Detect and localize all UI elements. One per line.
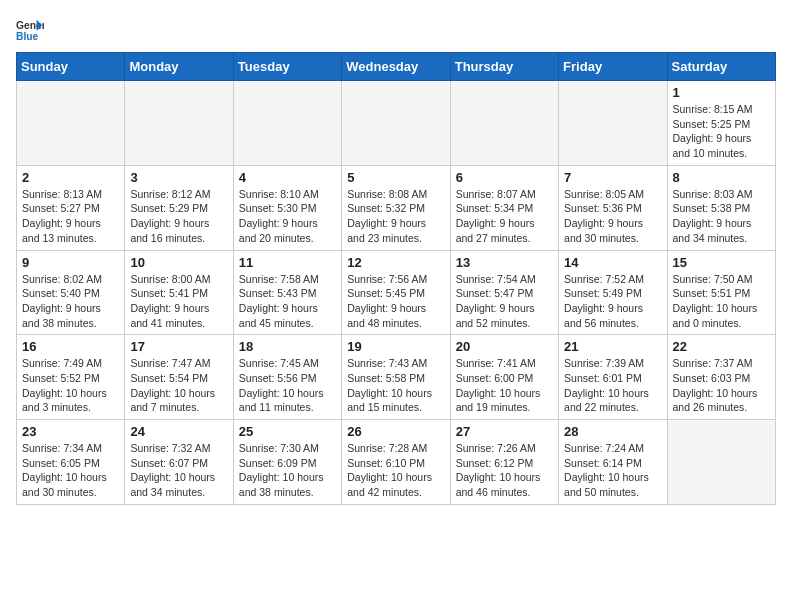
- day-header-sunday: Sunday: [17, 53, 125, 81]
- day-number: 7: [564, 170, 661, 185]
- week-row-2: 2Sunrise: 8:13 AM Sunset: 5:27 PM Daylig…: [17, 165, 776, 250]
- day-info: Sunrise: 7:52 AM Sunset: 5:49 PM Dayligh…: [564, 272, 661, 331]
- day-cell: [17, 81, 125, 166]
- day-number: 15: [673, 255, 770, 270]
- day-cell: 18Sunrise: 7:45 AM Sunset: 5:56 PM Dayli…: [233, 335, 341, 420]
- day-cell: [125, 81, 233, 166]
- day-info: Sunrise: 7:49 AM Sunset: 5:52 PM Dayligh…: [22, 356, 119, 415]
- day-cell: 24Sunrise: 7:32 AM Sunset: 6:07 PM Dayli…: [125, 420, 233, 505]
- day-cell: 21Sunrise: 7:39 AM Sunset: 6:01 PM Dayli…: [559, 335, 667, 420]
- day-info: Sunrise: 7:41 AM Sunset: 6:00 PM Dayligh…: [456, 356, 553, 415]
- day-number: 19: [347, 339, 444, 354]
- day-info: Sunrise: 7:28 AM Sunset: 6:10 PM Dayligh…: [347, 441, 444, 500]
- day-info: Sunrise: 7:39 AM Sunset: 6:01 PM Dayligh…: [564, 356, 661, 415]
- day-cell: 15Sunrise: 7:50 AM Sunset: 5:51 PM Dayli…: [667, 250, 775, 335]
- day-info: Sunrise: 8:00 AM Sunset: 5:41 PM Dayligh…: [130, 272, 227, 331]
- day-number: 13: [456, 255, 553, 270]
- day-info: Sunrise: 7:37 AM Sunset: 6:03 PM Dayligh…: [673, 356, 770, 415]
- day-info: Sunrise: 8:05 AM Sunset: 5:36 PM Dayligh…: [564, 187, 661, 246]
- day-info: Sunrise: 7:34 AM Sunset: 6:05 PM Dayligh…: [22, 441, 119, 500]
- day-info: Sunrise: 7:43 AM Sunset: 5:58 PM Dayligh…: [347, 356, 444, 415]
- day-cell: 9Sunrise: 8:02 AM Sunset: 5:40 PM Daylig…: [17, 250, 125, 335]
- day-cell: 13Sunrise: 7:54 AM Sunset: 5:47 PM Dayli…: [450, 250, 558, 335]
- day-cell: [559, 81, 667, 166]
- day-number: 1: [673, 85, 770, 100]
- day-number: 27: [456, 424, 553, 439]
- day-cell: 7Sunrise: 8:05 AM Sunset: 5:36 PM Daylig…: [559, 165, 667, 250]
- day-cell: 19Sunrise: 7:43 AM Sunset: 5:58 PM Dayli…: [342, 335, 450, 420]
- day-header-wednesday: Wednesday: [342, 53, 450, 81]
- day-cell: 20Sunrise: 7:41 AM Sunset: 6:00 PM Dayli…: [450, 335, 558, 420]
- day-number: 21: [564, 339, 661, 354]
- day-info: Sunrise: 7:26 AM Sunset: 6:12 PM Dayligh…: [456, 441, 553, 500]
- day-cell: 17Sunrise: 7:47 AM Sunset: 5:54 PM Dayli…: [125, 335, 233, 420]
- day-cell: 2Sunrise: 8:13 AM Sunset: 5:27 PM Daylig…: [17, 165, 125, 250]
- day-number: 4: [239, 170, 336, 185]
- day-info: Sunrise: 7:54 AM Sunset: 5:47 PM Dayligh…: [456, 272, 553, 331]
- day-cell: [233, 81, 341, 166]
- day-cell: 16Sunrise: 7:49 AM Sunset: 5:52 PM Dayli…: [17, 335, 125, 420]
- day-cell: [450, 81, 558, 166]
- day-cell: 25Sunrise: 7:30 AM Sunset: 6:09 PM Dayli…: [233, 420, 341, 505]
- day-cell: 28Sunrise: 7:24 AM Sunset: 6:14 PM Dayli…: [559, 420, 667, 505]
- day-info: Sunrise: 7:56 AM Sunset: 5:45 PM Dayligh…: [347, 272, 444, 331]
- day-number: 25: [239, 424, 336, 439]
- day-info: Sunrise: 7:47 AM Sunset: 5:54 PM Dayligh…: [130, 356, 227, 415]
- day-cell: 3Sunrise: 8:12 AM Sunset: 5:29 PM Daylig…: [125, 165, 233, 250]
- day-number: 22: [673, 339, 770, 354]
- svg-text:Blue: Blue: [16, 31, 39, 42]
- day-number: 18: [239, 339, 336, 354]
- day-cell: 12Sunrise: 7:56 AM Sunset: 5:45 PM Dayli…: [342, 250, 450, 335]
- day-header-tuesday: Tuesday: [233, 53, 341, 81]
- day-info: Sunrise: 8:08 AM Sunset: 5:32 PM Dayligh…: [347, 187, 444, 246]
- day-cell: [667, 420, 775, 505]
- day-number: 20: [456, 339, 553, 354]
- week-row-3: 9Sunrise: 8:02 AM Sunset: 5:40 PM Daylig…: [17, 250, 776, 335]
- day-number: 2: [22, 170, 119, 185]
- day-header-monday: Monday: [125, 53, 233, 81]
- day-number: 24: [130, 424, 227, 439]
- day-number: 28: [564, 424, 661, 439]
- day-number: 10: [130, 255, 227, 270]
- logo-icon: General Blue: [16, 16, 44, 44]
- day-info: Sunrise: 7:50 AM Sunset: 5:51 PM Dayligh…: [673, 272, 770, 331]
- day-cell: 5Sunrise: 8:08 AM Sunset: 5:32 PM Daylig…: [342, 165, 450, 250]
- day-number: 9: [22, 255, 119, 270]
- day-number: 16: [22, 339, 119, 354]
- calendar-table: SundayMondayTuesdayWednesdayThursdayFrid…: [16, 52, 776, 505]
- day-cell: 26Sunrise: 7:28 AM Sunset: 6:10 PM Dayli…: [342, 420, 450, 505]
- day-cell: 1Sunrise: 8:15 AM Sunset: 5:25 PM Daylig…: [667, 81, 775, 166]
- day-cell: 23Sunrise: 7:34 AM Sunset: 6:05 PM Dayli…: [17, 420, 125, 505]
- day-info: Sunrise: 8:03 AM Sunset: 5:38 PM Dayligh…: [673, 187, 770, 246]
- day-cell: 14Sunrise: 7:52 AM Sunset: 5:49 PM Dayli…: [559, 250, 667, 335]
- logo: General Blue: [16, 16, 44, 44]
- day-info: Sunrise: 7:58 AM Sunset: 5:43 PM Dayligh…: [239, 272, 336, 331]
- week-row-4: 16Sunrise: 7:49 AM Sunset: 5:52 PM Dayli…: [17, 335, 776, 420]
- day-info: Sunrise: 7:24 AM Sunset: 6:14 PM Dayligh…: [564, 441, 661, 500]
- day-info: Sunrise: 7:45 AM Sunset: 5:56 PM Dayligh…: [239, 356, 336, 415]
- day-cell: 8Sunrise: 8:03 AM Sunset: 5:38 PM Daylig…: [667, 165, 775, 250]
- header: General Blue: [16, 16, 776, 44]
- day-cell: 6Sunrise: 8:07 AM Sunset: 5:34 PM Daylig…: [450, 165, 558, 250]
- day-number: 8: [673, 170, 770, 185]
- day-number: 14: [564, 255, 661, 270]
- day-header-friday: Friday: [559, 53, 667, 81]
- day-number: 17: [130, 339, 227, 354]
- day-info: Sunrise: 8:13 AM Sunset: 5:27 PM Dayligh…: [22, 187, 119, 246]
- day-cell: 11Sunrise: 7:58 AM Sunset: 5:43 PM Dayli…: [233, 250, 341, 335]
- week-row-5: 23Sunrise: 7:34 AM Sunset: 6:05 PM Dayli…: [17, 420, 776, 505]
- day-info: Sunrise: 8:15 AM Sunset: 5:25 PM Dayligh…: [673, 102, 770, 161]
- day-cell: 27Sunrise: 7:26 AM Sunset: 6:12 PM Dayli…: [450, 420, 558, 505]
- day-info: Sunrise: 8:12 AM Sunset: 5:29 PM Dayligh…: [130, 187, 227, 246]
- day-number: 23: [22, 424, 119, 439]
- day-info: Sunrise: 7:30 AM Sunset: 6:09 PM Dayligh…: [239, 441, 336, 500]
- day-number: 11: [239, 255, 336, 270]
- day-number: 12: [347, 255, 444, 270]
- day-cell: 22Sunrise: 7:37 AM Sunset: 6:03 PM Dayli…: [667, 335, 775, 420]
- week-row-1: 1Sunrise: 8:15 AM Sunset: 5:25 PM Daylig…: [17, 81, 776, 166]
- day-header-thursday: Thursday: [450, 53, 558, 81]
- day-cell: [342, 81, 450, 166]
- day-cell: 10Sunrise: 8:00 AM Sunset: 5:41 PM Dayli…: [125, 250, 233, 335]
- day-info: Sunrise: 8:02 AM Sunset: 5:40 PM Dayligh…: [22, 272, 119, 331]
- day-cell: 4Sunrise: 8:10 AM Sunset: 5:30 PM Daylig…: [233, 165, 341, 250]
